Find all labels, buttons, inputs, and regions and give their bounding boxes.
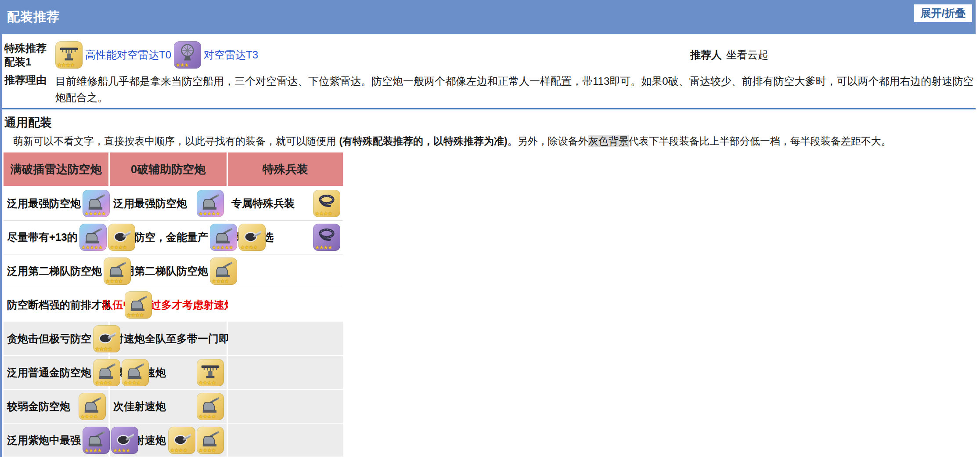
equipment-link[interactable]: 高性能对空雷达T0 — [85, 48, 171, 62]
aa-gun-icon[interactable]: ★★★★ — [108, 224, 135, 251]
icon-group: ★★★★ — [197, 359, 224, 386]
red-note-text: 队伍中113过多才考虑射速炮 — [102, 298, 235, 312]
table-cell: 泛用紫炮中最强★★★★★★★★ — [4, 424, 108, 457]
icon-group: ★★★★★ — [83, 190, 110, 217]
equipment-label: 泛用最强防空炮 — [113, 196, 187, 210]
general-equipment-table: 满破插雷达防空炮 0破辅助防空炮 特殊兵装 泛用最强防空炮★★★★★泛用最强防空… — [4, 152, 976, 457]
special-gear-icon[interactable]: ★★★★ — [313, 224, 340, 251]
table-cell — [228, 390, 343, 424]
recommender-label: 推荐人 — [690, 49, 722, 61]
aa-gun-icon[interactable]: ★★★★ — [197, 427, 224, 454]
aa-gun-icon[interactable]: ★★★★ — [197, 393, 224, 420]
rarity-stars: ★★★★★ — [84, 210, 106, 217]
table-row: 贪炮击但极亏防空★★★★射速炮全队至多带一门即可 — [4, 322, 976, 356]
panel-body: 特殊推荐配装1 ★★★★高性能对空雷达T0★★★对空雷达T3 推荐人坐看云起 推… — [0, 34, 976, 457]
radar-icon[interactable]: ★★★★ — [55, 41, 83, 69]
table-body: 泛用最强防空炮★★★★★泛用最强防空炮★★★★★专属特殊兵装★★★★尽量带有+1… — [4, 187, 976, 457]
aa-gun-icon[interactable]: ★★★★ — [238, 224, 266, 251]
rarity-stars: ★★★★★ — [198, 210, 220, 217]
table-cell — [228, 424, 343, 457]
reason-label: 推荐理由 — [2, 73, 55, 87]
column-header-full-break-aa-gun: 满破插雷达防空炮 — [4, 152, 108, 186]
rarity-stars: ★★★★ — [315, 244, 332, 250]
table-cell: 泛用最强防空炮★★★★★ — [4, 187, 108, 221]
rarity-stars: ★★★★ — [123, 380, 141, 386]
equipment-label: 射速炮全队至多带一门即可 — [113, 332, 240, 346]
equipment-link[interactable]: 对空雷达T3 — [204, 48, 258, 62]
table-row: 较弱金防空炮★★★★次佳射速炮★★★★ — [4, 390, 976, 424]
rarity-stars: ★★★★ — [212, 278, 229, 284]
icon-group: ★★★★ — [210, 258, 237, 285]
icon-group: ★★★★ — [104, 258, 131, 285]
intro-text: 萌新可以不看文字，直接按表中顺序，以此寻找有的装备，就可以随便用 — [13, 135, 339, 147]
recommender: 推荐人坐看云起 — [690, 48, 768, 62]
aa-gun-icon[interactable]: ★★★★ — [83, 427, 110, 454]
section-divider — [2, 108, 976, 109]
recommender-name: 坐看云起 — [726, 49, 768, 61]
rarity-stars: ★★★★ — [113, 447, 130, 453]
aa-gun-icon[interactable]: ★★★★ — [104, 258, 131, 285]
table-cell: 次佳射速炮★★★★ — [110, 390, 227, 424]
table-row: 泛用紫炮中最强★★★★★★★★备选射速炮★★★★★★★★ — [4, 424, 976, 457]
special-config-row: 特殊推荐配装1 ★★★★高性能对空雷达T0★★★对空雷达T3 推荐人坐看云起 — [2, 38, 976, 72]
table-cell: 泛用最强防空炮★★★★★ — [110, 187, 227, 221]
aa-gun-icon[interactable]: ★★★★★ — [83, 190, 110, 217]
equipment-label: 较弱金防空炮 — [7, 399, 70, 413]
radar-icon[interactable]: ★★★★ — [197, 359, 224, 386]
radar-icon[interactable]: ★★★ — [174, 41, 201, 69]
aa-gun-icon[interactable]: ★★★★★ — [210, 224, 237, 251]
aa-gun-icon[interactable]: ★★★★★ — [197, 190, 224, 217]
equipment-label: 次佳射速炮 — [113, 399, 166, 413]
table-cell: 尽量带有+13的★★★★★★★★★ — [4, 221, 108, 254]
equipment-label: 尽量带有+13的 — [7, 230, 78, 244]
rarity-stars: ★★★★ — [80, 413, 97, 420]
column-header-special-gear: 特殊兵装 — [228, 152, 343, 186]
table-row: 泛用最强防空炮★★★★★泛用最强防空炮★★★★★专属特殊兵装★★★★ — [4, 187, 976, 221]
rarity-stars: ★★★★ — [105, 278, 122, 284]
general-config-heading: 通用配装 — [4, 115, 976, 131]
icon-group: ★★★★★★★★ — [168, 427, 224, 454]
equipment-label: 泛用最强防空炮 — [7, 196, 81, 210]
table-cell — [228, 322, 343, 356]
aa-gun-icon[interactable]: ★★★★ — [111, 427, 138, 454]
rarity-stars: ★★★★ — [240, 244, 257, 250]
expand-collapse-button[interactable]: 展开/折叠 — [914, 4, 972, 22]
table-row: 防空断档强的前排才考虑★★★★队伍中113过多才考虑射速炮 — [4, 288, 976, 322]
general-config-intro: 萌新可以不看文字，直接按表中顺序，以此寻找有的装备，就可以随便用 (有特殊配装推… — [13, 134, 976, 148]
rarity-stars: ★★★ — [176, 62, 188, 68]
aa-gun-icon[interactable]: ★★★★★ — [79, 224, 107, 251]
equipment-label: 贪炮击但极亏防空 — [7, 332, 91, 346]
reason-row: 推荐理由 目前维修船几乎都是拿来当防空船用，三个对空雷达、下位紫雷达。防空炮一般… — [2, 73, 976, 105]
intro-text: 。另外，除设备外 — [508, 135, 588, 147]
table-row: 泛用普通金防空炮★★★★★★★★最佳射速炮★★★★ — [4, 356, 976, 390]
rarity-stars: ★★★★★ — [212, 244, 233, 250]
column-header-zero-break-aa-gun: 0破辅助防空炮 — [110, 152, 227, 186]
table-cell: 射速炮全队至多带一门即可 — [110, 322, 227, 356]
rarity-stars: ★★★★ — [198, 380, 216, 386]
aa-gun-icon[interactable]: ★★★★ — [168, 427, 195, 454]
aa-gun-icon[interactable]: ★★★★ — [93, 325, 120, 352]
aa-gun-icon[interactable]: ★★★★ — [122, 359, 149, 386]
aa-gun-icon[interactable]: ★★★★ — [125, 291, 152, 319]
table-cell: 专属特殊兵装★★★★ — [228, 187, 343, 221]
rarity-stars: ★★★★ — [57, 62, 74, 68]
gray-background-highlight: 灰色背景 — [588, 135, 629, 147]
rarity-stars: ★★★★ — [126, 312, 144, 318]
special-equipment-list: ★★★★高性能对空雷达T0★★★对空雷达T3 — [55, 41, 690, 69]
table-cell — [228, 254, 343, 288]
table-header-row: 满破插雷达防空炮 0破辅助防空炮 特殊兵装 — [4, 152, 976, 187]
special-config-label: 特殊推荐配装1 — [2, 41, 55, 69]
special-recommendation-table: 特殊推荐配装1 ★★★★高性能对空雷达T0★★★对空雷达T3 推荐人坐看云起 推… — [2, 34, 976, 109]
table-cell: 较弱金防空炮★★★★ — [4, 390, 108, 424]
special-gear-icon[interactable]: ★★★★ — [313, 190, 340, 217]
icon-group: ★★★★ — [313, 190, 340, 217]
rarity-stars: ★★★★ — [315, 210, 332, 217]
rarity-stars: ★★★★ — [95, 346, 112, 352]
rarity-stars: ★★★★ — [198, 413, 216, 420]
rarity-stars: ★★★★ — [198, 447, 216, 453]
icon-group: ★★★★ — [93, 325, 120, 352]
aa-gun-icon[interactable]: ★★★★ — [93, 359, 120, 386]
aa-gun-icon[interactable]: ★★★★ — [210, 258, 237, 285]
equipment-label: 泛用第二梯队防空炮 — [7, 264, 102, 278]
aa-gun-icon[interactable]: ★★★★ — [79, 393, 106, 420]
